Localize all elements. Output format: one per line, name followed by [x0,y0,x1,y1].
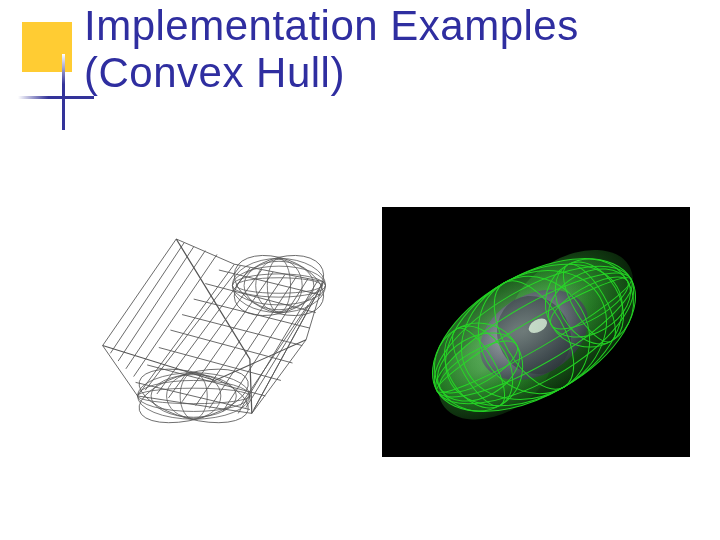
figure-right [382,207,690,457]
title-line-2: (Convex Hull) [84,49,345,96]
svg-point-1 [232,266,325,305]
slide: Implementation Examples (Convex Hull) [0,0,720,540]
convex-hull-rendered-icon [386,207,686,457]
figure-left [60,202,370,462]
svg-line-27 [126,251,205,369]
slide-content [60,154,690,510]
svg-line-31 [240,305,308,406]
svg-line-28 [134,255,217,377]
svg-point-3 [236,278,321,294]
decor-horizontal-line [18,96,94,99]
title-line-1: Implementation Examples [84,2,579,49]
decor-vertical-line [62,54,65,130]
svg-point-7 [226,244,332,327]
svg-point-6 [267,258,290,312]
svg-line-36 [182,315,302,346]
slide-title: Implementation Examples (Convex Hull) [84,2,700,96]
title-decoration [18,8,92,118]
svg-point-8 [226,244,332,327]
svg-line-35 [170,330,292,363]
convex-hull-wireframe-icon [60,202,370,462]
